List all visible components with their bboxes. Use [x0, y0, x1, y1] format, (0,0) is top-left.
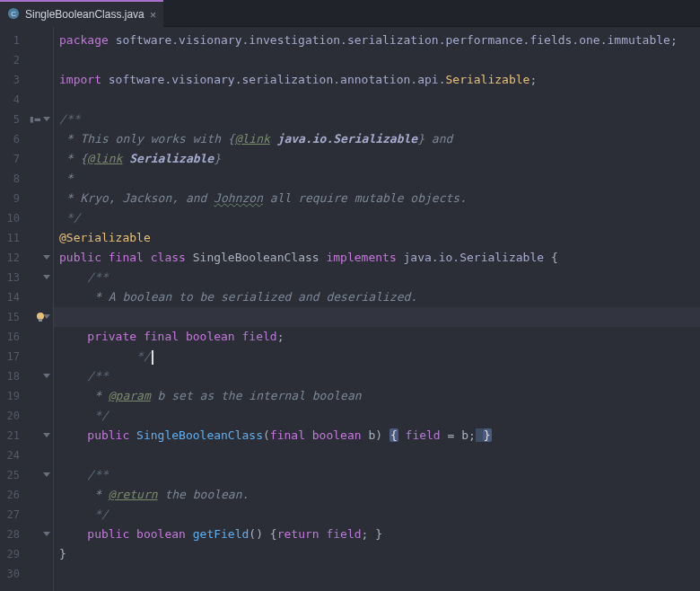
close-icon[interactable]: × [150, 8, 157, 22]
fold-gutter: ▮▬ [27, 27, 54, 591]
tab-bar: C SingleBooleanClass.java × [0, 0, 700, 27]
svg-text:C: C [11, 9, 16, 17]
fold-toggle[interactable] [42, 371, 51, 380]
code-editor[interactable]: 1234567891011121314151617181920212425262… [0, 27, 700, 591]
tab-filename: SingleBooleanClass.java [25, 8, 144, 21]
fold-toggle[interactable] [42, 430, 51, 439]
line-gutter: 1234567891011121314151617181920212425262… [0, 27, 27, 591]
svg-point-2 [37, 313, 44, 320]
intention-bulb-icon[interactable] [34, 310, 47, 322]
fold-toggle[interactable] [42, 272, 51, 281]
svg-rect-3 [39, 319, 42, 322]
fold-toggle[interactable] [42, 529, 51, 538]
java-class-icon: C [7, 7, 20, 22]
file-tab[interactable]: C SingleBooleanClass.java × [0, 0, 163, 27]
bookmark-icon: ▮▬ [29, 113, 40, 125]
fold-toggle[interactable] [42, 252, 51, 261]
fold-toggle[interactable] [42, 114, 51, 123]
fold-toggle[interactable] [42, 470, 51, 479]
code-area[interactable]: package software.visionary.investigation… [54, 27, 700, 591]
